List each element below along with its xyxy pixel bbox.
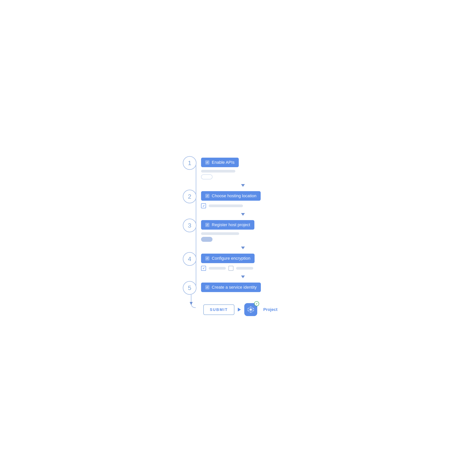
check-icon-5: ✓ xyxy=(205,285,209,289)
svg-line-5 xyxy=(248,308,249,309)
svg-line-6 xyxy=(248,310,249,311)
checkbox-row-4: ✓ xyxy=(201,266,293,271)
green-check-badge: ✓ xyxy=(254,301,259,306)
checkbox-row-2: ✓ xyxy=(201,203,293,208)
step-label-1: Enable APIs xyxy=(212,160,235,165)
step-button-2[interactable]: ✓ Choose hosting location xyxy=(201,191,261,201)
arrow-3-4 xyxy=(193,244,293,251)
step-circle-1: 1 xyxy=(183,156,197,170)
checkbox-unchecked-4b[interactable] xyxy=(228,266,233,271)
placeholder-pill-3 xyxy=(201,237,212,242)
submit-button[interactable]: SUBMIT xyxy=(203,305,234,315)
step-row-5: 5 ✓ Create a service identity xyxy=(183,281,293,295)
step-button-5[interactable]: ✓ Create a service identity xyxy=(201,283,261,292)
step-label-2: Choose hosting location xyxy=(212,193,256,198)
step-content-1: ✓ Enable APIs xyxy=(201,156,293,181)
step-number-1: 1 xyxy=(188,160,191,167)
step-row-1: 1 ✓ Enable APIs xyxy=(183,156,293,181)
step-content-2: ✓ Choose hosting location ✓ xyxy=(201,190,293,210)
step-number-4: 4 xyxy=(188,255,191,263)
placeholder-bar-2a xyxy=(209,204,243,207)
arrow-1-2 xyxy=(193,182,293,189)
step-row-2: 2 ✓ Choose hosting location ✓ xyxy=(183,190,293,210)
checkbox-checked-4a[interactable]: ✓ xyxy=(201,266,206,271)
curved-path-container xyxy=(183,295,200,311)
step-circle-2: 2 xyxy=(183,190,197,203)
step-button-3[interactable]: ✓ Register host project xyxy=(201,220,254,230)
submit-label: SUBMIT xyxy=(210,307,228,312)
step-content-4: ✓ Configure encryption ✓ xyxy=(201,252,293,273)
project-label: Project xyxy=(263,307,278,312)
bottom-arrow-area: SUBMIT xyxy=(183,295,293,316)
placeholder-bar-3a xyxy=(201,232,239,235)
svg-line-7 xyxy=(253,308,254,309)
project-icon-svg xyxy=(247,306,255,313)
check-icon-3: ✓ xyxy=(205,223,209,227)
curved-path-svg xyxy=(183,295,200,310)
arrow-right-icon xyxy=(238,308,241,311)
arrow-4-5 xyxy=(193,273,293,280)
check-icon-1: ✓ xyxy=(205,160,209,165)
svg-marker-1 xyxy=(190,302,193,305)
step-number-2: 2 xyxy=(188,193,191,200)
step-content-5: ✓ Create a service identity xyxy=(201,281,293,295)
step-row-3: 3 ✓ Register host project xyxy=(183,219,293,244)
step-circle-4: 4 xyxy=(183,252,197,266)
checkbox-checked-2[interactable]: ✓ xyxy=(201,203,206,208)
step-label-5: Create a service identity xyxy=(212,285,257,290)
placeholder-pill-1 xyxy=(201,174,212,179)
svg-line-8 xyxy=(253,310,254,311)
placeholder-bar-1a xyxy=(201,170,235,172)
step-label-4: Configure encryption xyxy=(212,256,250,261)
diagram-container: 1 ✓ Enable APIs 2 ✓ Choose hosting locat… xyxy=(179,149,297,327)
step-button-1[interactable]: ✓ Enable APIs xyxy=(201,158,239,167)
project-icon-wrap: ✓ xyxy=(244,303,257,316)
step-circle-3: 3 xyxy=(183,219,197,232)
arrow-2-3 xyxy=(193,211,293,218)
placeholder-bar-4b xyxy=(236,267,253,270)
step-circle-5: 5 xyxy=(183,281,197,295)
placeholder-bar-4a xyxy=(209,267,226,270)
step-number-5: 5 xyxy=(188,285,191,291)
check-icon-4: ✓ xyxy=(205,256,209,260)
step-label-3: Register host project xyxy=(212,222,250,227)
check-icon-2: ✓ xyxy=(205,194,209,198)
step-button-4[interactable]: ✓ Configure encryption xyxy=(201,254,255,263)
step-row-4: 4 ✓ Configure encryption ✓ xyxy=(183,252,293,273)
svg-point-2 xyxy=(250,309,252,310)
step-number-3: 3 xyxy=(188,222,191,229)
step-content-3: ✓ Register host project xyxy=(201,219,293,244)
submit-area: SUBMIT xyxy=(203,303,277,316)
